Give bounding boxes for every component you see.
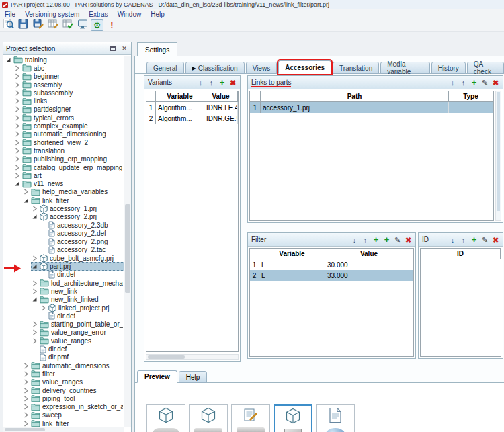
variants-horizontal-scrollbar[interactable] [146,354,239,360]
undock-icon[interactable] [109,44,117,52]
links-edit-icon[interactable]: ✎ [481,79,489,87]
expand-icon[interactable] [22,363,29,369]
filter-delete-icon[interactable]: ✖ [405,236,412,244]
tree-item-complex-example[interactable]: complex_example [3,122,124,130]
tree-item-new-link[interactable]: new_link [3,287,124,295]
preview-thumbnail-5[interactable] [316,404,355,432]
expand-icon[interactable] [13,98,20,104]
expand-icon[interactable] [13,148,20,154]
scroll-thumb[interactable] [148,355,185,359]
variants-delete-icon[interactable]: ✖ [229,79,237,87]
column-header-variable[interactable]: Variable [259,249,325,259]
id-edit-icon[interactable]: ✎ [481,236,489,244]
tree-item-linked-project-prj[interactable]: linked_project.prj [3,304,124,312]
table-cell[interactable]: L [259,270,325,281]
table-cell[interactable]: L [259,259,325,270]
tree-item-typical-errors[interactable]: typical_errors [3,114,124,122]
filter-move-up-icon[interactable]: ↑ [362,236,369,244]
scroll-thumb[interactable] [125,204,130,293]
expand-icon[interactable] [31,329,38,335]
tree-item-dir-pmf[interactable]: dir.pmf [3,353,124,361]
collapse-icon[interactable] [31,214,38,220]
collapse-icon[interactable] [5,57,11,63]
preview-thumbnail-3[interactable] [231,404,270,432]
tab-history[interactable]: History [431,62,466,74]
filter-add-alt-icon[interactable]: + [383,236,390,244]
expand-icon[interactable] [22,396,29,402]
tree-item-accessory-2-3db[interactable]: accessory_2.3db [3,221,124,229]
tab-media-variable[interactable]: Media variable [380,62,429,74]
tree-item-new-link-linked[interactable]: new_link_linked [3,296,124,304]
tree-item-beginner[interactable]: beginner [3,73,124,81]
table-cell[interactable]: 30.000 [325,259,413,270]
tab-settings[interactable]: Settings [137,42,177,56]
expand-icon[interactable] [22,189,29,195]
table-cell[interactable]: Algorithm... [156,113,204,124]
id-delete-icon[interactable]: ✖ [492,236,499,244]
links-delete-icon[interactable]: ✖ [492,79,499,87]
tree-item-expression-in-sketch-or-alg[interactable]: expression_in_sketch_or_alg... [3,402,124,411]
tree-item-help-media-variables[interactable]: help_media_variables [3,188,124,196]
id-add-icon[interactable]: + [470,236,478,244]
collapse-icon[interactable] [22,198,29,204]
tree-item-delivery-countries[interactable]: delivery_countries [3,386,124,394]
tree-item-automatic-dimensioning[interactable]: automatic_dimensioning [3,130,124,138]
expand-icon[interactable] [22,404,29,410]
project-search-button[interactable] [2,19,15,31]
tree-item-shortened-view-2[interactable]: shortened_view_2 [3,138,124,146]
tree-item-value-ranges[interactable]: value_ranges [3,378,124,386]
tree-item-catalog-update-erp-mapping[interactable]: catalog_update_erp_mapping [3,163,124,171]
tab-preview[interactable]: Preview [137,370,177,383]
tree-item-filter[interactable]: filter [3,370,124,378]
save-edit-button[interactable] [32,19,44,31]
expand-icon[interactable] [22,412,29,418]
preview-thumbnail-1[interactable] [146,404,185,432]
tab-qa-check[interactable]: QA check [467,62,504,74]
table-cell[interactable]: Algorithm... [156,102,204,113]
expand-icon[interactable] [31,338,38,344]
collapse-icon[interactable] [13,181,20,187]
tree-item-value-ranges[interactable]: value_ranges [3,337,124,345]
expand-icon[interactable] [13,73,20,79]
expand-icon[interactable] [22,388,29,394]
table-row[interactable]: 1accessory_1.prj [250,102,493,113]
tree-item-subassembly[interactable]: subassembly [3,89,124,97]
preview-window-button[interactable] [76,19,89,31]
filter-add-icon[interactable]: + [372,236,380,244]
filter-move-down-icon[interactable]: ↓ [351,236,358,244]
expand-icon[interactable] [31,255,38,261]
tree-item-lod-architecture-mechan[interactable]: lod_architecture_mechan... [3,279,124,287]
tree-item-accessory-2-prj[interactable]: accessory_2.prj [3,213,124,221]
menu-extras[interactable]: Extras [84,9,112,19]
expand-icon[interactable] [31,280,38,286]
tree-item-publishing-erp-mapping[interactable]: publishing_erp_mapping [3,155,124,163]
expand-icon[interactable] [13,90,20,96]
tree-item-starting-point-table-or-s[interactable]: starting_point_table_or_s... [3,320,124,329]
close-icon[interactable]: ✕ [120,44,128,52]
id-move-down-icon[interactable]: ↓ [449,236,456,244]
table-cell[interactable]: 33.000 [325,270,413,281]
menu-help[interactable]: Help [146,9,169,19]
expand-icon[interactable] [31,321,38,327]
table-cell[interactable]: accessory_1.prj [261,102,449,113]
expand-icon[interactable] [13,173,20,179]
links-add-icon[interactable]: + [470,79,478,87]
collapse-icon[interactable] [31,296,38,302]
id-move-up-icon[interactable]: ↑ [460,236,467,244]
tree-item-cube-bolt-asmcfg-prj[interactable]: cube_bolt_asmcfg.prj [3,254,124,262]
tree-item-v11-news[interactable]: v11_news [3,179,124,187]
filter-edit-icon[interactable]: ✎ [394,236,401,244]
expand-icon[interactable] [13,140,20,146]
tree-item-sweep[interactable]: sweep [3,411,124,419]
column-header-variable[interactable]: Variable [156,91,204,101]
expand-icon[interactable] [13,165,20,171]
scroll-thumb[interactable] [5,428,45,431]
expand-icon[interactable] [13,131,20,137]
tree-item-abc[interactable]: abc [3,64,124,72]
scroll-thumb[interactable] [497,92,500,211]
links-vertical-scrollbar[interactable] [495,91,501,221]
tree-item-dir-def[interactable]: dir.def [3,345,124,353]
tree-item-dir-def[interactable]: dir.def [3,271,124,279]
tab-views[interactable]: Views [246,62,278,74]
column-header-path[interactable]: Path [261,91,449,101]
